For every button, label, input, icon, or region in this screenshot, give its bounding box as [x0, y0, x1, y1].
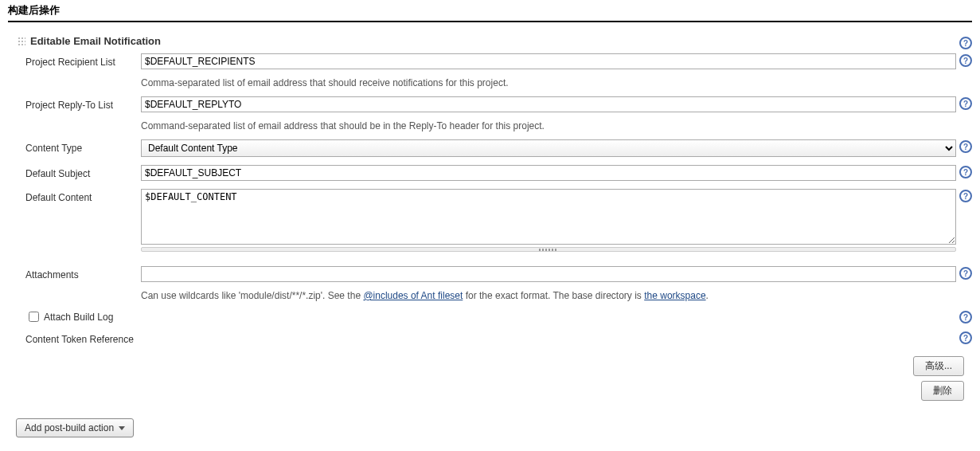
- svg-text:?: ?: [963, 269, 968, 278]
- content-type-select[interactable]: Default Content Type: [141, 139, 956, 157]
- help-icon[interactable]: ?: [959, 311, 972, 324]
- svg-text:?: ?: [963, 100, 968, 108]
- default-subject-input[interactable]: [141, 165, 956, 181]
- add-post-build-action-button[interactable]: Add post-build action: [16, 418, 134, 437]
- attachments-desc: Can use wildcards like 'module/dist/**/*…: [8, 285, 972, 309]
- recipient-list-input[interactable]: [141, 53, 956, 69]
- help-icon[interactable]: ?: [959, 267, 972, 280]
- svg-text:?: ?: [963, 168, 968, 177]
- help-icon[interactable]: ?: [959, 140, 972, 153]
- attachments-input[interactable]: [141, 266, 956, 282]
- svg-text:?: ?: [963, 57, 968, 65]
- resize-handle[interactable]: [141, 247, 956, 252]
- advanced-button[interactable]: 高级...: [913, 356, 964, 376]
- svg-text:?: ?: [963, 143, 968, 151]
- delete-button[interactable]: 删除: [921, 381, 964, 401]
- help-icon[interactable]: ?: [959, 37, 972, 49]
- attach-build-log-checkbox[interactable]: [29, 312, 39, 322]
- replyto-list-input[interactable]: [141, 96, 956, 112]
- help-icon[interactable]: ?: [959, 166, 972, 178]
- content-type-label: Content Type: [25, 139, 141, 154]
- workspace-link[interactable]: the workspace: [644, 290, 705, 301]
- drag-handle-icon[interactable]: [18, 37, 25, 46]
- svg-text:?: ?: [963, 313, 968, 322]
- recipient-list-label: Project Recipient List: [25, 53, 141, 68]
- recipient-list-desc: Comma-separated list of email address th…: [8, 73, 972, 96]
- attachments-label: Attachments: [25, 266, 141, 280]
- help-icon[interactable]: ?: [959, 54, 972, 67]
- default-content-label: Default Content: [25, 189, 141, 203]
- replyto-list-label: Project Reply-To List: [25, 96, 141, 111]
- block-title: Editable Email Notification: [8, 32, 956, 53]
- ant-fileset-link[interactable]: @includes of Ant fileset: [363, 290, 463, 301]
- default-content-textarea[interactable]: $DEFAULT_CONTENT: [141, 189, 956, 245]
- help-icon[interactable]: ?: [959, 331, 972, 344]
- chevron-down-icon: [119, 426, 125, 430]
- block-title-text: Editable Email Notification: [30, 35, 161, 47]
- content-token-ref-label: Content Token Reference: [25, 331, 956, 345]
- svg-text:?: ?: [963, 192, 968, 201]
- attach-build-log-label: Attach Build Log: [44, 312, 956, 323]
- section-header: 构建后操作: [8, 0, 972, 22]
- svg-text:?: ?: [963, 39, 968, 48]
- svg-text:?: ?: [963, 334, 968, 343]
- default-subject-label: Default Subject: [25, 165, 141, 179]
- replyto-list-desc: Command-separated list of email address …: [8, 116, 972, 139]
- help-icon[interactable]: ?: [959, 190, 972, 202]
- help-icon[interactable]: ?: [959, 97, 972, 110]
